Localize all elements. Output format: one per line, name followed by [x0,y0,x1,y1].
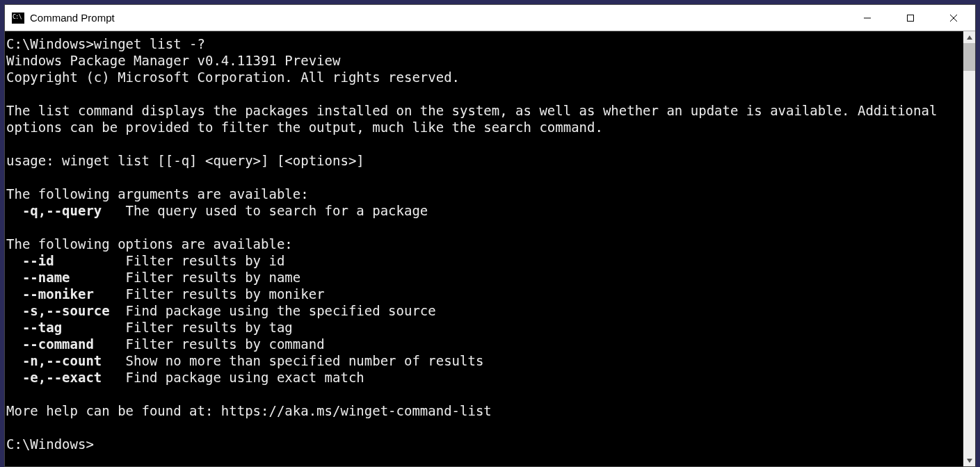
option-row: --commandFilter results by command [6,336,325,352]
command-prompt-window: Command Prompt C:\Windows>winget list -?… [4,4,976,467]
opt-flag: --name [22,269,126,286]
opt-flag: --id [22,252,126,269]
arguments-heading: The following arguments are available: [6,186,309,202]
window-title: Command Prompt [30,12,846,24]
opt-desc: Find package using the specified source [126,303,436,318]
copyright-line: Copyright (c) Microsoft Corporation. All… [6,69,460,85]
opt-flag: -s,--source [22,302,126,319]
option-row: -e,--exactFind package using exact match [6,370,364,385]
opt-desc: Filter results by moniker [126,286,325,302]
opt-desc: Filter results by id [126,253,285,268]
option-row: -s,--sourceFind package using the specif… [6,303,436,318]
usage-line: usage: winget list [[-q] <query>] [<opti… [6,153,364,168]
option-row: --idFilter results by id [6,253,284,268]
arg-flag: -q,--query [22,202,126,219]
option-row: --monikerFilter results by moniker [6,286,325,302]
opt-flag: --moniker [22,286,126,302]
prompt-path: C:\Windows> [6,36,94,51]
opt-flag: --command [22,336,126,352]
command-text: winget list -? [94,36,205,51]
argument-row: -q,--queryThe query used to search for a… [6,203,428,218]
opt-desc: Show no more than specified number of re… [126,353,484,368]
prompt-path: C:\Windows> [6,436,94,452]
maximize-icon [906,14,915,22]
minimize-button[interactable] [846,5,889,31]
window-controls [846,5,975,31]
titlebar[interactable]: Command Prompt [5,5,975,31]
option-row: --tagFilter results by tag [6,320,293,335]
chevron-down-icon [967,459,972,463]
arg-desc: The query used to search for a package [126,203,428,218]
close-icon [949,14,958,22]
maximize-button[interactable] [889,5,932,31]
close-button[interactable] [932,5,975,31]
vertical-scrollbar[interactable] [963,31,975,466]
minimize-icon [863,14,871,22]
description-text: The list command displays the packages i… [6,103,945,135]
option-row: --nameFilter results by name [6,270,300,285]
options-heading: The following options are available: [6,236,293,252]
opt-desc: Filter results by command [126,336,325,352]
opt-desc: Filter results by tag [126,320,293,335]
version-line: Windows Package Manager v0.4.11391 Previ… [6,53,340,68]
opt-desc: Filter results by name [126,270,301,285]
svg-rect-1 [908,15,914,21]
help-link-line: More help can be found at: https://aka.m… [6,403,492,418]
opt-flag: --tag [22,319,126,336]
opt-flag: -e,--exact [22,369,126,386]
terminal-area: C:\Windows>winget list -? Windows Packag… [5,31,975,466]
cmd-icon [12,13,24,24]
opt-desc: Find package using exact match [126,370,364,385]
terminal-output[interactable]: C:\Windows>winget list -? Windows Packag… [5,31,963,466]
scroll-thumb[interactable] [963,43,975,71]
opt-flag: -n,--count [22,352,126,369]
scroll-down-button[interactable] [963,454,975,466]
option-row: -n,--countShow no more than specified nu… [6,353,483,368]
chevron-up-icon [967,35,972,40]
scroll-up-button[interactable] [963,31,975,43]
